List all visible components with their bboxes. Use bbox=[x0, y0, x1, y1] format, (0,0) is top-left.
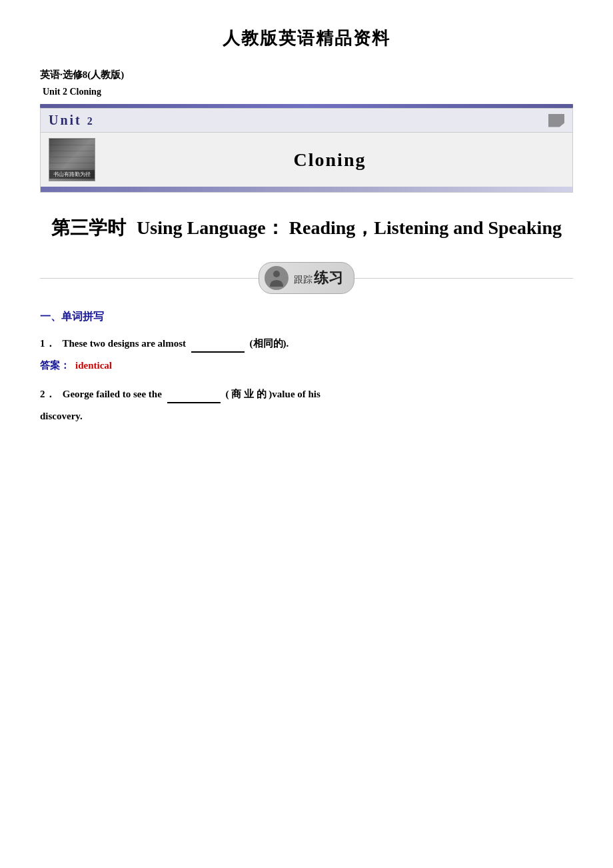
banner-title-area: Cloning bbox=[95, 149, 564, 171]
exercise-banner: 跟踪 练习 bbox=[40, 262, 573, 294]
corner-icon bbox=[548, 114, 564, 127]
question-1: 1． These two designs are almost (相同的). 答… bbox=[40, 335, 573, 372]
q2-number: 2． bbox=[40, 389, 55, 399]
unit-banner-content: 书山有路勤为径 Cloning bbox=[41, 133, 572, 187]
q1-number: 1． bbox=[40, 338, 55, 349]
track-text: 跟踪 bbox=[294, 274, 312, 286]
svg-point-0 bbox=[273, 271, 280, 277]
person-svg bbox=[267, 268, 287, 288]
q1-after: (相同的). bbox=[250, 338, 289, 349]
q1-answer-value: identical bbox=[75, 360, 112, 371]
banner-bottom-bar bbox=[41, 187, 572, 192]
book-icon: 书山有路勤为径 bbox=[49, 138, 95, 181]
main-title: 人教版英语精品资料 bbox=[40, 27, 573, 50]
exercise-badge: 跟踪 练习 bbox=[259, 262, 354, 294]
banner-cloning-title: Cloning bbox=[294, 149, 366, 171]
book-label: 书山有路勤为径 bbox=[49, 170, 95, 179]
q2-middle: ( 商 业 的 )value of his bbox=[225, 389, 320, 399]
q2-blank bbox=[167, 402, 221, 403]
unit-label: Unit 2 Cloning bbox=[40, 87, 573, 97]
q1-blank bbox=[191, 351, 245, 353]
unit-word: Unit bbox=[49, 113, 82, 127]
page-wrapper: 人教版英语精品资料 英语·选修8(人教版) Unit 2 Cloning Uni… bbox=[0, 0, 613, 868]
question-2-continuation: discovery. bbox=[40, 407, 573, 425]
subtitle: 英语·选修8(人教版) bbox=[40, 69, 573, 81]
unit-banner-title: Unit 2 bbox=[49, 113, 95, 128]
unit-number: 2 bbox=[87, 115, 95, 127]
unit-banner-top: Unit 2 bbox=[41, 109, 572, 133]
exercise-text: 跟踪 练习 bbox=[294, 268, 343, 288]
lesson-chinese: 第三学时 bbox=[51, 217, 126, 238]
section1: 一、单词拼写 1． These two designs are almost (… bbox=[40, 310, 573, 425]
q2-continuation: discovery. bbox=[40, 411, 83, 421]
question-2-text: 2． George failed to see the ( 商 业 的 )val… bbox=[40, 385, 573, 403]
q1-answer-label: 答案： bbox=[40, 360, 70, 371]
section1-heading: 一、单词拼写 bbox=[40, 310, 573, 324]
question-1-text: 1． These two designs are almost (相同的). bbox=[40, 335, 573, 353]
exercise-main-text: 练习 bbox=[314, 268, 343, 288]
lesson-english: Using Language： Reading，Listening and Sp… bbox=[137, 217, 562, 238]
q1-before: These two designs are almost bbox=[62, 338, 186, 349]
q2-before: George failed to see the bbox=[63, 389, 162, 399]
q1-answer-block: 答案： identical bbox=[40, 359, 573, 372]
unit-banner: Unit 2 书山有路勤为径 Cloning bbox=[40, 108, 573, 193]
lesson-heading-text: 第三学时Using Language： Reading，Listening an… bbox=[40, 214, 573, 242]
exercise-person-icon bbox=[265, 266, 289, 290]
lesson-heading: 第三学时Using Language： Reading，Listening an… bbox=[40, 214, 573, 242]
question-2: 2． George failed to see the ( 商 业 的 )val… bbox=[40, 385, 573, 425]
